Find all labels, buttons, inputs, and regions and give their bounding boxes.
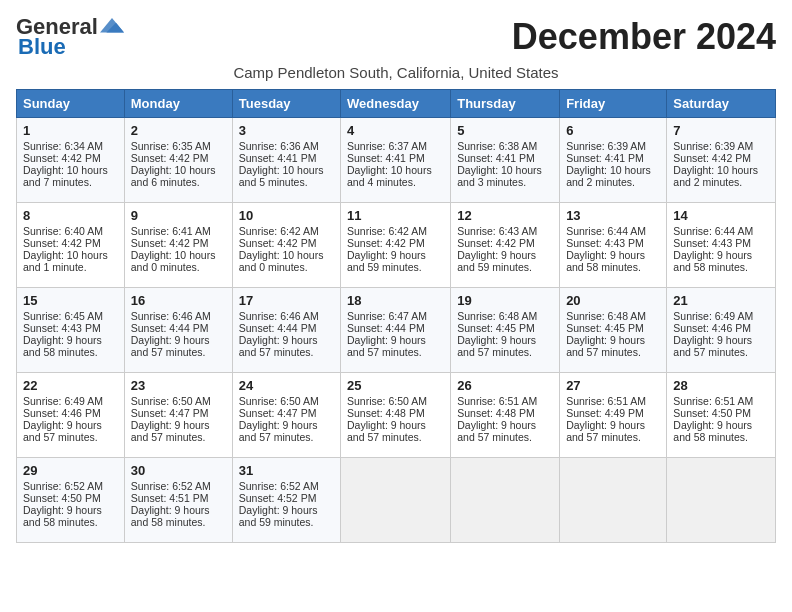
daylight-text: Daylight: 10 hours and 6 minutes. [131, 164, 216, 188]
sunset-text: Sunset: 4:46 PM [673, 322, 751, 334]
daylight-text: Daylight: 9 hours and 58 minutes. [566, 249, 645, 273]
table-row: 26Sunrise: 6:51 AMSunset: 4:48 PMDayligh… [451, 373, 560, 458]
sunset-text: Sunset: 4:45 PM [566, 322, 644, 334]
sunrise-text: Sunrise: 6:49 AM [23, 395, 103, 407]
sunset-text: Sunset: 4:41 PM [239, 152, 317, 164]
daylight-text: Daylight: 9 hours and 57 minutes. [239, 419, 318, 443]
day-number: 30 [131, 463, 226, 478]
table-row: 19Sunrise: 6:48 AMSunset: 4:45 PMDayligh… [451, 288, 560, 373]
table-row: 25Sunrise: 6:50 AMSunset: 4:48 PMDayligh… [341, 373, 451, 458]
logo: General Blue [16, 16, 124, 60]
sunrise-text: Sunrise: 6:34 AM [23, 140, 103, 152]
day-number: 24 [239, 378, 334, 393]
day-number: 9 [131, 208, 226, 223]
table-row: 6Sunrise: 6:39 AMSunset: 4:41 PMDaylight… [560, 118, 667, 203]
calendar-week-2: 8Sunrise: 6:40 AMSunset: 4:42 PMDaylight… [17, 203, 776, 288]
sunrise-text: Sunrise: 6:41 AM [131, 225, 211, 237]
daylight-text: Daylight: 9 hours and 58 minutes. [673, 419, 752, 443]
daylight-text: Daylight: 9 hours and 57 minutes. [347, 334, 426, 358]
sunset-text: Sunset: 4:49 PM [566, 407, 644, 419]
daylight-text: Daylight: 9 hours and 59 minutes. [457, 249, 536, 273]
sunrise-text: Sunrise: 6:48 AM [457, 310, 537, 322]
day-number: 17 [239, 293, 334, 308]
sunset-text: Sunset: 4:41 PM [457, 152, 535, 164]
page-header: General Blue December 2024 [16, 16, 776, 60]
day-number: 31 [239, 463, 334, 478]
day-number: 1 [23, 123, 118, 138]
day-number: 18 [347, 293, 444, 308]
table-row: 16Sunrise: 6:46 AMSunset: 4:44 PMDayligh… [124, 288, 232, 373]
location-subtitle: Camp Pendleton South, California, United… [16, 64, 776, 81]
daylight-text: Daylight: 9 hours and 57 minutes. [457, 419, 536, 443]
header-thursday: Thursday [451, 90, 560, 118]
sunrise-text: Sunrise: 6:39 AM [673, 140, 753, 152]
day-number: 8 [23, 208, 118, 223]
sunrise-text: Sunrise: 6:50 AM [347, 395, 427, 407]
sunrise-text: Sunrise: 6:38 AM [457, 140, 537, 152]
sunset-text: Sunset: 4:46 PM [23, 407, 101, 419]
calendar-week-5: 29Sunrise: 6:52 AMSunset: 4:50 PMDayligh… [17, 458, 776, 543]
sunrise-text: Sunrise: 6:39 AM [566, 140, 646, 152]
header-saturday: Saturday [667, 90, 776, 118]
day-number: 29 [23, 463, 118, 478]
header-monday: Monday [124, 90, 232, 118]
sunrise-text: Sunrise: 6:44 AM [566, 225, 646, 237]
daylight-text: Daylight: 9 hours and 57 minutes. [457, 334, 536, 358]
table-row [341, 458, 451, 543]
table-row [451, 458, 560, 543]
day-number: 7 [673, 123, 769, 138]
sunrise-text: Sunrise: 6:48 AM [566, 310, 646, 322]
table-row [560, 458, 667, 543]
sunrise-text: Sunrise: 6:44 AM [673, 225, 753, 237]
daylight-text: Daylight: 9 hours and 59 minutes. [239, 504, 318, 528]
day-number: 12 [457, 208, 553, 223]
day-number: 22 [23, 378, 118, 393]
sunset-text: Sunset: 4:42 PM [131, 152, 209, 164]
day-number: 23 [131, 378, 226, 393]
day-number: 14 [673, 208, 769, 223]
day-number: 4 [347, 123, 444, 138]
table-row: 28Sunrise: 6:51 AMSunset: 4:50 PMDayligh… [667, 373, 776, 458]
sunset-text: Sunset: 4:41 PM [347, 152, 425, 164]
sunrise-text: Sunrise: 6:36 AM [239, 140, 319, 152]
calendar-week-4: 22Sunrise: 6:49 AMSunset: 4:46 PMDayligh… [17, 373, 776, 458]
sunset-text: Sunset: 4:52 PM [239, 492, 317, 504]
day-number: 28 [673, 378, 769, 393]
table-row [667, 458, 776, 543]
sunset-text: Sunset: 4:43 PM [673, 237, 751, 249]
table-row: 18Sunrise: 6:47 AMSunset: 4:44 PMDayligh… [341, 288, 451, 373]
sunset-text: Sunset: 4:48 PM [347, 407, 425, 419]
daylight-text: Daylight: 9 hours and 58 minutes. [23, 334, 102, 358]
daylight-text: Daylight: 9 hours and 57 minutes. [131, 334, 210, 358]
daylight-text: Daylight: 9 hours and 57 minutes. [673, 334, 752, 358]
month-title: December 2024 [512, 16, 776, 58]
day-number: 13 [566, 208, 660, 223]
day-number: 20 [566, 293, 660, 308]
daylight-text: Daylight: 9 hours and 59 minutes. [347, 249, 426, 273]
sunset-text: Sunset: 4:47 PM [131, 407, 209, 419]
table-row: 17Sunrise: 6:46 AMSunset: 4:44 PMDayligh… [232, 288, 340, 373]
sunset-text: Sunset: 4:41 PM [566, 152, 644, 164]
sunset-text: Sunset: 4:42 PM [347, 237, 425, 249]
table-row: 31Sunrise: 6:52 AMSunset: 4:52 PMDayligh… [232, 458, 340, 543]
table-row: 14Sunrise: 6:44 AMSunset: 4:43 PMDayligh… [667, 203, 776, 288]
sunrise-text: Sunrise: 6:40 AM [23, 225, 103, 237]
sunset-text: Sunset: 4:51 PM [131, 492, 209, 504]
sunrise-text: Sunrise: 6:35 AM [131, 140, 211, 152]
sunrise-text: Sunrise: 6:51 AM [457, 395, 537, 407]
table-row: 11Sunrise: 6:42 AMSunset: 4:42 PMDayligh… [341, 203, 451, 288]
sunrise-text: Sunrise: 6:42 AM [347, 225, 427, 237]
table-row: 1Sunrise: 6:34 AMSunset: 4:42 PMDaylight… [17, 118, 125, 203]
daylight-text: Daylight: 9 hours and 57 minutes. [566, 334, 645, 358]
table-row: 5Sunrise: 6:38 AMSunset: 4:41 PMDaylight… [451, 118, 560, 203]
table-row: 7Sunrise: 6:39 AMSunset: 4:42 PMDaylight… [667, 118, 776, 203]
day-number: 21 [673, 293, 769, 308]
table-row: 22Sunrise: 6:49 AMSunset: 4:46 PMDayligh… [17, 373, 125, 458]
daylight-text: Daylight: 10 hours and 0 minutes. [239, 249, 324, 273]
table-row: 23Sunrise: 6:50 AMSunset: 4:47 PMDayligh… [124, 373, 232, 458]
logo-blue-text: Blue [18, 34, 66, 60]
sunset-text: Sunset: 4:44 PM [239, 322, 317, 334]
sunset-text: Sunset: 4:42 PM [131, 237, 209, 249]
sunrise-text: Sunrise: 6:45 AM [23, 310, 103, 322]
table-row: 21Sunrise: 6:49 AMSunset: 4:46 PMDayligh… [667, 288, 776, 373]
